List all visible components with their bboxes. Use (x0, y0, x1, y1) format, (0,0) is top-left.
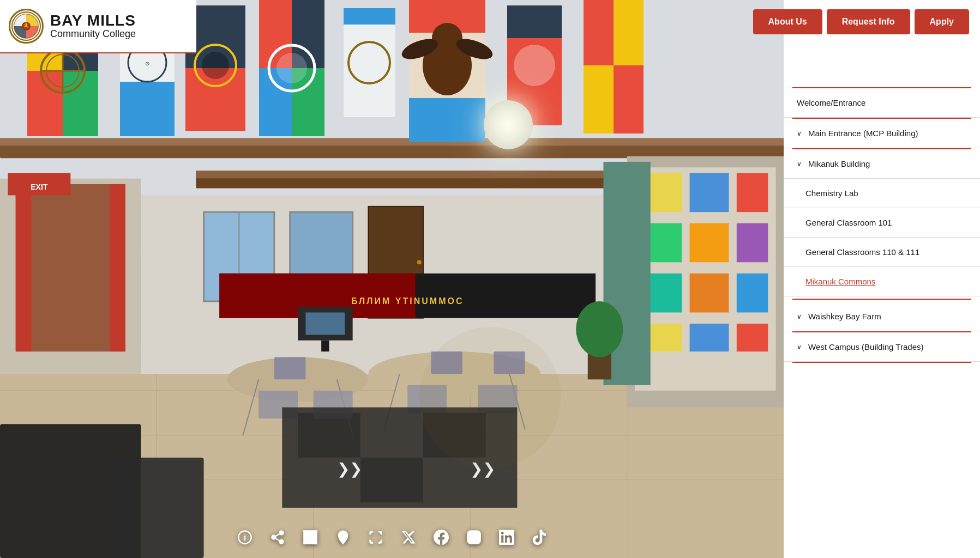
svg-point-70 (417, 260, 422, 264)
svg-point-117 (272, 536, 275, 539)
linkedin-icon[interactable] (497, 527, 516, 547)
request-info-button[interactable]: Request Info (827, 9, 910, 34)
svg-rect-121 (304, 531, 310, 537)
svg-point-113 (576, 301, 623, 357)
welcome-label: Welcome/Entrance (797, 98, 865, 107)
chemistry-lab-label: Chemistry Lab (805, 189, 858, 198)
svg-rect-62 (110, 184, 125, 351)
divider-6 (792, 362, 971, 363)
svg-rect-74 (690, 173, 729, 212)
svg-text:❯❯: ❯❯ (470, 460, 495, 478)
nav-buttons: About Us Request Info Apply (753, 9, 969, 34)
svg-rect-123 (304, 538, 310, 544)
svg-point-118 (279, 540, 283, 544)
svg-rect-93 (321, 341, 329, 351)
svg-rect-84 (737, 324, 768, 351)
facebook-icon[interactable] (431, 527, 451, 547)
svg-rect-80 (690, 274, 729, 313)
svg-point-125 (341, 534, 345, 537)
svg-line-119 (275, 538, 280, 541)
sidebar-nav: Welcome/Entrance ∨ Main Entrance (MCP Bu… (784, 87, 980, 363)
svg-rect-92 (305, 312, 345, 335)
svg-text:i: i (243, 533, 245, 542)
apply-button[interactable]: Apply (915, 9, 969, 34)
svg-rect-59 (16, 184, 125, 351)
general-101-label: General Classroom 101 (805, 218, 892, 227)
sidebar-item-chemistry-lab[interactable]: Chemistry Lab (784, 179, 980, 208)
svg-rect-102 (274, 357, 305, 379)
svg-rect-83 (690, 324, 729, 351)
panorama-view[interactable]: ⊙ (0, 0, 784, 558)
main-layout: ⊙ (0, 0, 980, 558)
sidebar: BAY MILLS Community College Welcome/Entr… (784, 0, 980, 558)
svg-rect-75 (737, 173, 768, 212)
sidebar-item-general-101[interactable]: General Classroom 101 (784, 208, 980, 238)
twitter-x-icon[interactable] (399, 527, 418, 547)
mikanuk-label: Mikanuk Building (808, 159, 870, 168)
share-icon[interactable] (268, 527, 287, 547)
sidebar-item-mikanuk[interactable]: ∨ Mikanuk Building (784, 149, 980, 179)
chevron-main-entrance: ∨ (797, 130, 802, 137)
svg-point-127 (471, 535, 476, 539)
west-campus-label: West Campus (Building Trades) (808, 342, 923, 351)
sidebar-item-west-campus[interactable]: ∨ West Campus (Building Trades) (784, 332, 980, 362)
svg-rect-61 (16, 184, 32, 351)
interior-svg: БЛЛИМ YTINUMMOC EXIT (0, 0, 784, 558)
svg-text:❯❯: ❯❯ (337, 460, 362, 478)
chevron-waishkey: ∨ (797, 313, 802, 320)
general-110-111-label: General Classrooms 110 & 111 (805, 247, 919, 257)
light-fixture (484, 100, 533, 149)
tiktok-icon[interactable] (530, 527, 549, 547)
instagram-icon[interactable] (464, 527, 484, 547)
panorama-toolbar: i (235, 527, 549, 547)
sidebar-item-main-entrance[interactable]: ∨ Main Entrance (MCP Building) (784, 119, 980, 148)
divider-4 (792, 299, 971, 300)
svg-rect-106 (494, 351, 525, 374)
fullscreen-icon[interactable] (366, 527, 386, 547)
svg-rect-78 (737, 223, 768, 263)
header: About Us Request Info Apply (0, 0, 980, 44)
chevron-mikanuk: ∨ (797, 160, 802, 168)
location-icon[interactable] (333, 527, 353, 547)
svg-rect-122 (311, 531, 317, 537)
svg-text:EXIT: EXIT (31, 183, 48, 191)
sidebar-item-waishkey[interactable]: ∨ Waishkey Bay Farm (784, 302, 980, 331)
about-us-button[interactable]: About Us (753, 9, 822, 34)
sidebar-item-welcome[interactable]: Welcome/Entrance (784, 88, 980, 118)
scene-background: ⊙ (0, 0, 784, 558)
svg-rect-109 (282, 408, 517, 508)
svg-rect-105 (431, 351, 462, 374)
sidebar-item-general-110-111[interactable]: General Classrooms 110 & 111 (784, 238, 980, 267)
mikanuk-commons-label: Mikanuk Commons (805, 277, 875, 286)
info-icon[interactable]: i (235, 527, 255, 547)
main-entrance-label: Main Entrance (MCP Building) (808, 129, 918, 138)
svg-rect-108 (110, 458, 203, 558)
floorplan-icon[interactable] (300, 527, 320, 547)
svg-point-116 (279, 531, 283, 535)
svg-text:БЛЛИМ YTINUMMOC: БЛЛИМ YTINUMMOC (351, 296, 464, 306)
sidebar-item-mikanuk-commons[interactable]: Mikanuk Commons (784, 267, 980, 296)
waishkey-label: Waishkey Bay Farm (808, 312, 881, 321)
chevron-west-campus: ∨ (797, 343, 802, 351)
svg-rect-81 (737, 274, 768, 313)
svg-line-120 (275, 534, 280, 537)
svg-rect-77 (690, 223, 729, 263)
svg-rect-124 (311, 538, 317, 544)
svg-point-128 (477, 533, 478, 534)
